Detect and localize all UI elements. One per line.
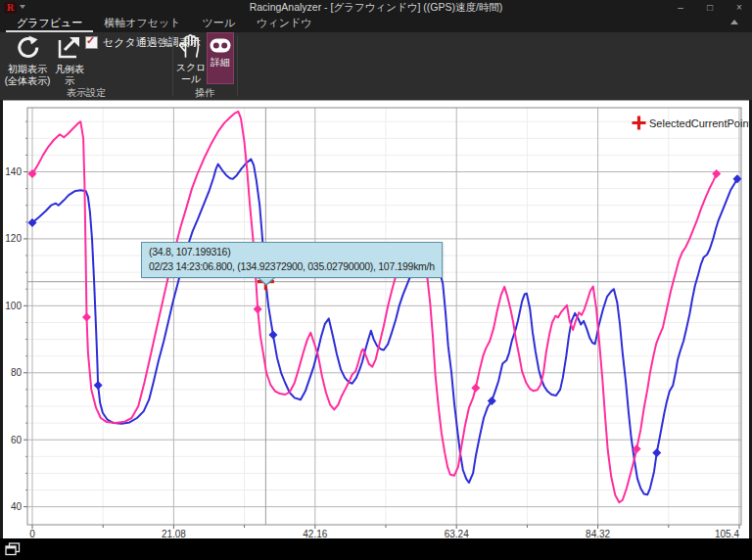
tooltip-line1: (34.8, 107.199316): [149, 245, 435, 259]
y-axis-label: 80: [11, 367, 23, 378]
series-line-lap-pink[interactable]: [32, 112, 717, 502]
sector-marker-lap-blue: [268, 331, 277, 340]
y-axis-label: 100: [5, 301, 22, 311]
sector-marker-lap-pink: [471, 384, 480, 393]
sector-marker-lap-blue: [652, 448, 661, 457]
speed-time-chart[interactable]: 406080100120140021.0842.1663.2484.32105.…: [0, 0, 752, 560]
cascade-windows-icon[interactable]: [5, 542, 21, 560]
sector-marker-lap-blue: [94, 381, 103, 390]
selected-point-legend-icon: [631, 115, 647, 131]
sector-marker-lap-blue: [732, 174, 741, 183]
legend-label: SelectedCurrentPoint: [649, 117, 752, 129]
sector-marker-lap-pink: [82, 312, 91, 321]
data-point-tooltip: (34.8, 107.199316) 02/23 14:23:06.800, (…: [141, 242, 443, 278]
status-bar: [0, 538, 752, 560]
y-axis-label: 40: [11, 501, 23, 512]
chart-legend: SelectedCurrentPoint: [631, 115, 752, 131]
sector-marker-lap-pink: [712, 169, 721, 178]
tooltip-line2: 02/23 14:23:06.800, (134.92372900, 035.0…: [149, 259, 435, 274]
y-axis-label: 60: [11, 435, 23, 445]
y-axis-label: 120: [5, 233, 22, 244]
y-axis-label: 140: [5, 166, 22, 177]
